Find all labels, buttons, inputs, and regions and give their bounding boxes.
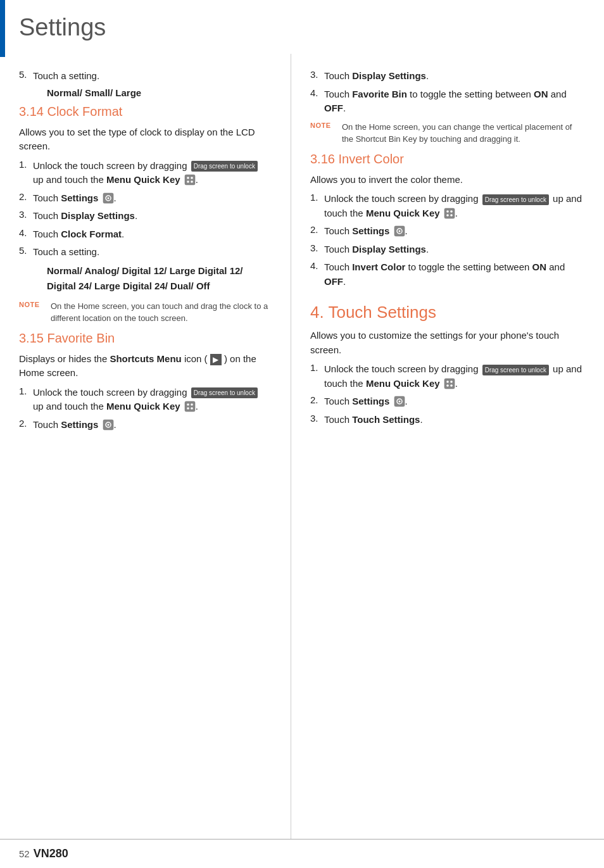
314-options-block: Normal/ Analog/ Digital 12/ Large Digita… [33,263,272,294]
off-label-316: OFF [324,276,343,287]
blue-bar [0,0,5,57]
4-step-3-num: 3. [310,413,324,424]
svg-point-28 [450,384,453,387]
menu-quick-key-label-315: Menu Quick Key [106,401,180,412]
314-step-5-num: 5. [19,245,33,256]
316-step-2: 2. Touch Settings . [310,224,585,239]
315-step-2: 2. Touch Settings . [19,418,272,432]
section-314-desc: Allows you to set the type of clock to d… [19,125,272,154]
svg-rect-8 [185,401,195,412]
314-step-3-text: Touch Display Settings. [33,209,272,223]
315-step-1-text: Unlock the touch screen by dragging Drag… [33,386,272,414]
315-step-1-num: 1. [19,386,33,396]
316-step-1-text: Unlock the touch screen by dragging Drag… [324,192,585,220]
intro-options: Normal/ Small/ Large [47,87,272,98]
svg-rect-24 [444,379,455,389]
314-note-label: NOTE [19,300,51,308]
menu-quick-key-316: Menu Quick Key [366,208,440,218]
svg-point-11 [187,407,189,410]
svg-point-31 [398,401,400,403]
left-column: 5. Touch a setting. Normal/ Small/ Large… [0,54,291,839]
touch-settings-label: Touch Settings [352,414,420,425]
shortcut-icon: ▶ [210,354,222,365]
svg-point-10 [191,403,193,406]
315-step-3-num: 3. [310,69,324,80]
315-step-2-text: Touch Settings . [33,418,272,432]
314-step-2: 2. Touch Settings . [19,191,272,206]
menu-quick-key-icon-316 [444,208,455,219]
svg-point-17 [446,210,449,213]
svg-point-20 [450,214,453,217]
316-step-2-text: Touch Settings . [324,224,585,239]
315-step-4-num: 4. [310,87,324,98]
on-label-316: ON [532,261,547,272]
content-area: 5. Touch a setting. Normal/ Small/ Large… [0,54,604,839]
315-step-4-text: Touch Favorite Bin to toggle the setting… [324,87,585,116]
svg-point-25 [446,381,449,383]
4-step-1-text: Unlock the touch screen by dragging Drag… [324,362,585,391]
314-step-5-text: Touch a setting. [33,245,272,260]
footer-model: VN280 [34,847,68,860]
menu-quick-key-icon-4 [444,378,455,389]
315-step-3: 3. Touch Display Settings. [310,69,585,84]
svg-point-4 [191,180,193,183]
svg-point-19 [446,214,449,217]
314-step-2-num: 2. [19,191,33,202]
intro-text: Touch a setting. [33,69,272,84]
svg-rect-16 [444,208,455,218]
314-step-4-num: 4. [19,227,33,238]
svg-point-12 [191,407,193,410]
svg-point-26 [450,381,453,383]
316-step-3-text: Touch Display Settings. [324,242,585,257]
settings-icon-4 [394,396,405,407]
svg-point-15 [107,424,109,425]
svg-rect-0 [185,175,195,185]
shortcuts-menu-label: Shortcuts Menu [110,353,181,364]
invert-color-label: Invert Color [352,261,405,272]
intro-indent: Normal/ Small/ Large [33,87,272,98]
settings-label-315: Settings [61,419,98,430]
314-note-text: On the Home screen, you can touch and dr… [51,300,272,325]
314-step-2-text: Touch Settings . [33,191,272,206]
svg-point-18 [450,210,453,213]
menu-quick-key-label-1: Menu Quick Key [106,174,180,185]
settings-icon-1 [103,192,114,204]
svg-point-2 [191,177,193,179]
svg-point-7 [107,197,109,199]
4-step-2-text: Touch Settings . [324,394,585,409]
display-settings-315: Display Settings [352,70,426,81]
316-step-4-text: Touch Invert Color to toggle the setting… [324,260,585,289]
menu-quick-key-icon-315 [184,401,196,412]
314-options-text: Normal/ Analog/ Digital 12/ Large Digita… [47,263,272,294]
315-step-3-text: Touch Display Settings. [324,69,585,84]
menu-quick-key-4: Menu Quick Key [366,378,440,389]
314-step-3-num: 3. [19,209,33,220]
off-label-315: OFF [324,103,343,113]
page-title: Settings [0,0,604,54]
315-step-2-num: 2. [19,418,33,429]
314-step-1-text: Unlock the touch screen by dragging Drag… [33,159,272,187]
footer: 52 VN280 [0,839,604,868]
314-step-5: 5. Touch a setting. [19,245,272,260]
section-316-title: 3.16 Invert Color [310,152,585,167]
316-step-4-num: 4. [310,260,324,271]
4-step-2-num: 2. [310,394,324,405]
svg-point-27 [446,384,449,387]
display-settings-316: Display Settings [352,244,426,255]
drag-badge-4: Drag screen to unlock [482,365,549,375]
page: Settings 5. Touch a setting. Normal/ Sma… [0,0,604,868]
right-column: 3. Touch Display Settings. 4. Touch Favo… [291,54,604,839]
314-step-4: 4. Touch Clock Format. [19,227,272,242]
settings-label-4: Settings [352,396,389,406]
316-step-3-num: 3. [310,242,324,253]
316-step-3: 3. Touch Display Settings. [310,242,585,257]
footer-page-num: 52 [19,848,30,859]
315-step-4: 4. Touch Favorite Bin to toggle the sett… [310,87,585,116]
4-step-1: 1. Unlock the touch screen by dragging D… [310,362,585,391]
section-4-desc: Allows you to customize the settings for… [310,329,585,357]
316-step-1: 1. Unlock the touch screen by dragging D… [310,192,585,220]
4-step-1-num: 1. [310,362,324,373]
314-step-4-text: Touch Clock Format. [33,227,272,242]
316-step-4: 4. Touch Invert Color to toggle the sett… [310,260,585,289]
intro-item-5: 5. Touch a setting. [19,69,272,84]
